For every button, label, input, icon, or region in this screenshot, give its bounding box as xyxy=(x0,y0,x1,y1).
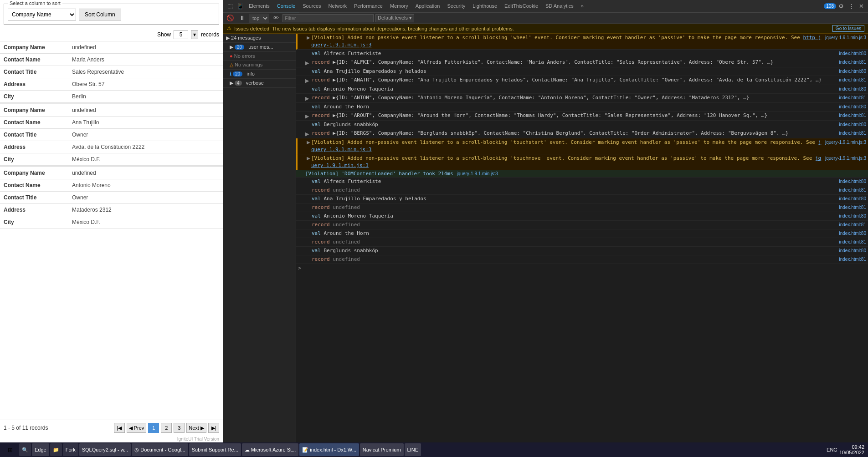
expand-icon[interactable]: ▶ xyxy=(305,95,311,102)
taskbar-explorer[interactable]: 📁 xyxy=(50,443,62,456)
tab-more[interactable]: » xyxy=(577,0,587,13)
last-page-btn[interactable]: ▶| xyxy=(208,423,219,433)
entry-file[interactable]: index.html:80 xyxy=(839,195,866,203)
console-entry: val Antonio Moreno Taqueríaindex.html:80 xyxy=(296,212,868,221)
taskbar-sql[interactable]: SQLQuery2.sql - w... xyxy=(79,443,131,456)
undefined-val: undefined xyxy=(333,239,360,245)
msg-group-user[interactable]: ▶ 20 user mes... xyxy=(223,43,296,52)
console-entry: record undefinedindex.html:81 xyxy=(296,203,868,212)
tab-performance[interactable]: Performance xyxy=(350,0,386,13)
tab-console[interactable]: Console xyxy=(273,0,299,13)
left-panel: Select a column to sort Company Name Con… xyxy=(0,0,223,442)
entry-file[interactable]: index.html:81 xyxy=(839,59,866,66)
entry-text: [Violation] Added non-passive event list… xyxy=(311,155,822,169)
default-levels-btn[interactable]: Default levels ▾ xyxy=(375,14,414,22)
taskbar-search[interactable]: 🔍 xyxy=(19,443,31,456)
tab-network[interactable]: Network xyxy=(325,0,350,13)
entry-file[interactable]: index.html:80 xyxy=(839,213,866,220)
entry-file[interactable]: index.html:81 xyxy=(839,76,866,84)
entry-file[interactable]: index.html:80 xyxy=(839,178,866,185)
console-clear-btn[interactable]: 🚫 xyxy=(225,13,235,23)
tab-sd-analytics[interactable]: SD Analytics xyxy=(542,0,577,13)
tab-memory[interactable]: Memory xyxy=(386,0,412,13)
tab-security[interactable]: Security xyxy=(443,0,469,13)
page-1-btn[interactable]: 1 xyxy=(148,423,159,433)
msg-group-info[interactable]: ℹ 20 info xyxy=(223,70,296,79)
entry-file[interactable]: index.html:80 xyxy=(839,86,866,93)
taskbar-edge[interactable]: Edge xyxy=(32,443,49,456)
entry-file[interactable]: index.html:81 xyxy=(839,256,866,263)
entry-file[interactable]: jquery-1.9.1.min.js:3 xyxy=(825,34,866,41)
entry-link[interactable]: jquery-1.9.1.min.js:3 xyxy=(311,155,821,168)
devtools-more-btn[interactable]: ⋮ xyxy=(846,1,856,11)
entry-file[interactable]: index.html:81 xyxy=(839,204,866,211)
table-row: Contact NameAntonio Moreno xyxy=(0,179,223,192)
devtools-settings-btn[interactable]: ⚙ xyxy=(836,1,846,11)
taskbar-line[interactable]: LINE xyxy=(405,443,421,456)
entry-file[interactable]: index.html:81 xyxy=(839,221,866,228)
console-main: ▶ 24 messages ▶ 20 user mes... ● No erro… xyxy=(223,34,868,442)
page-2-btn[interactable]: 2 xyxy=(161,423,172,433)
entry-file[interactable]: jquery-1.9.1.min.js:3 xyxy=(457,171,498,176)
expand-icon[interactable]: ▶ xyxy=(305,112,311,120)
start-button[interactable]: ⊞ xyxy=(2,443,18,456)
entry-file[interactable]: index.html:80 xyxy=(839,50,866,57)
entry-file[interactable]: jquery-1.9.1.min.js:3 xyxy=(825,139,866,146)
grid-table: Company NameundefinedContact NameMaria A… xyxy=(0,41,223,228)
undefined-val: undefined xyxy=(333,222,360,228)
entry-link[interactable]: http jquery-1.9.1.min.js:3 xyxy=(311,35,821,48)
taskbar-index[interactable]: 📝 index.html - Dx1.W... xyxy=(299,443,359,456)
msg-group-all[interactable]: ▶ 24 messages xyxy=(223,34,296,43)
taskbar-azure[interactable]: ☁ Microsoft Azure St... xyxy=(242,443,298,456)
entry-file[interactable]: index.html:81 xyxy=(839,112,866,119)
taskbar-fork[interactable]: Fork xyxy=(63,443,78,456)
entry-text: record ▶{ID: "BERGS", CompanyName: "Berg… xyxy=(312,130,836,137)
go-to-issues-btn[interactable]: Go to Issues xyxy=(832,25,864,32)
expand-icon[interactable]: ▶ xyxy=(305,59,311,66)
entry-file[interactable]: index.html:81 xyxy=(839,239,866,246)
taskbar-support[interactable]: Submit Support Re... xyxy=(189,443,241,456)
field-name: Contact Title xyxy=(0,129,68,141)
tab-lighthouse[interactable]: Lighthouse xyxy=(469,0,501,13)
entry-file[interactable]: index.html:80 xyxy=(839,103,866,111)
show-dropdown-btn[interactable]: ▾ xyxy=(191,30,198,39)
taskbar-navicat[interactable]: Navicat Premium xyxy=(360,443,404,456)
msg-group-verbose[interactable]: ▶ 4 verbose xyxy=(223,79,296,88)
taskbar-chrome[interactable]: ◎ Document - Googl... xyxy=(132,443,188,456)
entry-file[interactable]: index.html:80 xyxy=(839,230,866,237)
console-top-select[interactable]: top xyxy=(249,14,269,23)
entry-file[interactable]: index.html:81 xyxy=(839,130,866,137)
console-eye-btn[interactable]: 👁 xyxy=(271,13,281,23)
entry-file[interactable]: index.html:81 xyxy=(839,187,866,194)
val-keyword: val xyxy=(312,196,324,202)
records-label: records xyxy=(201,31,219,38)
console-pause-btn[interactable]: ⏸ xyxy=(237,13,247,23)
devtools-device-btn[interactable]: 📱 xyxy=(235,1,245,11)
show-input[interactable] xyxy=(174,30,188,39)
sort-column-select[interactable]: Company Name Contact Name Contact Title … xyxy=(8,9,76,20)
prev-page-btn[interactable]: ◀ Prev xyxy=(127,423,147,433)
entry-file[interactable]: index.html:80 xyxy=(839,247,866,254)
entry-file[interactable]: index.html:80 xyxy=(839,68,866,75)
entry-file[interactable]: jquery-1.9.1.min.js:3 xyxy=(825,155,866,162)
tab-editthiscookie[interactable]: EditThisCookie xyxy=(501,0,542,13)
first-page-btn[interactable]: |◀ xyxy=(114,423,125,433)
entry-file[interactable]: index.html:81 xyxy=(839,94,866,102)
table-row: CityMéxico D.F. xyxy=(0,216,223,228)
console-entry: val Alfreds Futterkisteindex.html:80 xyxy=(296,50,868,58)
val-keyword: val xyxy=(312,51,324,56)
expand-icon[interactable]: ▶ xyxy=(305,130,311,137)
expand-icon[interactable]: ▶ xyxy=(305,77,311,84)
sort-column-button[interactable]: Sort Column xyxy=(79,9,121,20)
entry-file[interactable]: index.html:80 xyxy=(839,121,866,128)
tab-sources[interactable]: Sources xyxy=(299,0,324,13)
devtools-close-btn[interactable]: ✕ xyxy=(856,1,866,11)
devtools-inspect-btn[interactable]: ⬚ xyxy=(225,1,235,11)
page-3-btn[interactable]: 3 xyxy=(174,423,185,433)
console-filter-input[interactable] xyxy=(282,14,374,22)
tab-application[interactable]: Application xyxy=(412,0,444,13)
entry-link[interactable]: jquery-1.9.1.min.js:3 xyxy=(311,139,821,152)
field-value: Antonio Moreno xyxy=(68,179,223,192)
next-page-btn[interactable]: Next ▶ xyxy=(186,423,206,433)
tab-elements[interactable]: Elements xyxy=(245,0,273,13)
